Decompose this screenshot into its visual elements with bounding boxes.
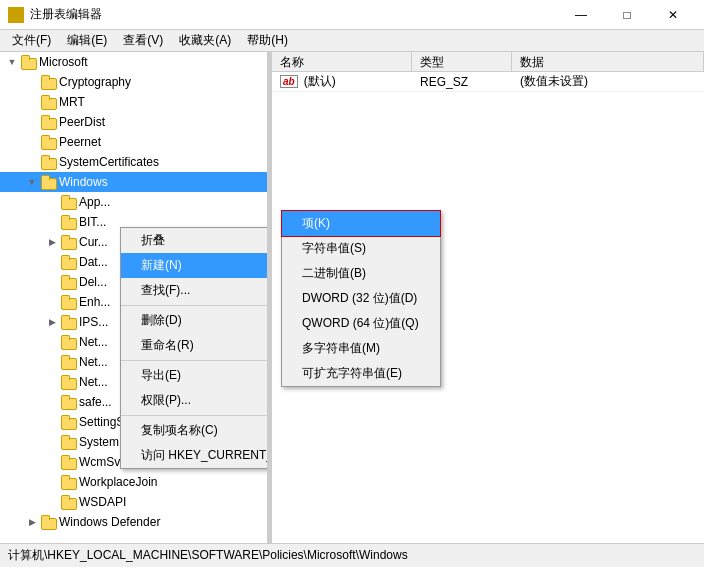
ctx-access[interactable]: 访问 HKEY_CURRENT_USER(T) <box>121 443 268 468</box>
ctx-export[interactable]: 导出(E) <box>121 363 268 388</box>
ctx-sep2 <box>121 360 268 361</box>
folder-icon-cryptography <box>40 75 56 89</box>
ctx-sep3 <box>121 415 268 416</box>
ctx-copyname-label: 复制项名称(C) <box>141 422 218 439</box>
tree-label-safe1: safe... <box>79 395 112 409</box>
menu-item-f[interactable]: 文件(F) <box>4 30 59 51</box>
folder-icon-cur1 <box>60 235 76 249</box>
context-menu: 折叠 新建(N) ▶ 查找(F)... 删除(D) 重命名(R) 导出(E) 权… <box>120 227 268 469</box>
folder-icon-net2 <box>60 355 76 369</box>
minimize-button[interactable]: — <box>558 0 604 30</box>
folder-icon-del1 <box>60 275 76 289</box>
expander-ips1[interactable]: ▶ <box>44 314 60 330</box>
menu-item-v[interactable]: 查看(V) <box>115 30 171 51</box>
tree-label-del1: Del... <box>79 275 107 289</box>
title-bar-controls: — □ ✕ <box>558 0 696 30</box>
ctx-rename[interactable]: 重命名(R) <box>121 333 268 358</box>
tree-item-peernet[interactable]: ▶ Peernet <box>0 132 267 152</box>
folder-icon-peerdist <box>40 115 56 129</box>
tree-item-systemcertificates[interactable]: ▶ SystemCertificates <box>0 152 267 172</box>
folder-icon-safe1 <box>60 395 76 409</box>
tree-label-mrt: MRT <box>59 95 85 109</box>
ab-icon: ab <box>280 75 298 88</box>
submenu-binary-label: 二进制值(B) <box>302 266 366 280</box>
folder-icon-net3 <box>60 375 76 389</box>
tree-item-wsdapi[interactable]: ▶ WSDAPI <box>0 492 267 512</box>
col-header-type: 类型 <box>412 52 512 71</box>
detail-cell-data: (数值未设置) <box>512 71 704 92</box>
col-header-data: 数据 <box>512 52 704 71</box>
app-icon <box>8 7 24 23</box>
col-header-name: 名称 <box>272 52 412 71</box>
folder-icon-systemcertificates <box>40 155 56 169</box>
submenu-string[interactable]: 字符串值(S) <box>282 236 440 261</box>
expander-windows[interactable]: ▼ <box>24 174 40 190</box>
tree-label-dat1: Dat... <box>79 255 108 269</box>
detail-row-default[interactable]: ab (默认) REG_SZ (数值未设置) <box>272 72 704 92</box>
close-button[interactable]: ✕ <box>650 0 696 30</box>
submenu-key-label: 项(K) <box>302 216 330 230</box>
submenu-key[interactable]: 项(K) <box>282 211 440 236</box>
title-bar-left: 注册表编辑器 <box>8 6 102 23</box>
tree-item-cryptography[interactable]: ▶ Cryptography <box>0 72 267 92</box>
folder-icon-wcmsvc <box>60 455 76 469</box>
submenu-qword[interactable]: QWORD (64 位)值(Q) <box>282 311 440 336</box>
submenu-multistring[interactable]: 多字符串值(M) <box>282 336 440 361</box>
tree-label-net2: Net... <box>79 355 108 369</box>
tree-item-mrt[interactable]: ▶ MRT <box>0 92 267 112</box>
folder-icon-bit1 <box>60 215 76 229</box>
ctx-delete-label: 删除(D) <box>141 312 182 329</box>
menu-item-a[interactable]: 收藏夹(A) <box>171 30 239 51</box>
submenu-expandstring-label: 可扩充字符串值(E) <box>302 366 402 380</box>
ctx-permissions[interactable]: 权限(P)... <box>121 388 268 413</box>
tree-item-windows[interactable]: ▼ Windows <box>0 172 267 192</box>
expander-cur1[interactable]: ▶ <box>44 234 60 250</box>
title-bar: 注册表编辑器 — □ ✕ <box>0 0 704 30</box>
tree-label-windows: Windows <box>59 175 108 189</box>
submenu-dword[interactable]: DWORD (32 位)值(D) <box>282 286 440 311</box>
folder-icon-mrt <box>40 95 56 109</box>
status-path: 计算机\HKEY_LOCAL_MACHINE\SOFTWARE\Policies… <box>8 547 408 564</box>
submenu-expandstring[interactable]: 可扩充字符串值(E) <box>282 361 440 386</box>
ctx-find[interactable]: 查找(F)... <box>121 278 268 303</box>
tree-item-peerdist[interactable]: ▶ PeerDist <box>0 112 267 132</box>
folder-icon-workplacejoin <box>60 475 76 489</box>
ctx-rename-label: 重命名(R) <box>141 337 194 354</box>
menu-item-h[interactable]: 帮助(H) <box>239 30 296 51</box>
tree-label-ips1: IPS... <box>79 315 108 329</box>
folder-icon-settingsync <box>60 415 76 429</box>
menu-bar: 文件(F)编辑(E)查看(V)收藏夹(A)帮助(H) <box>0 30 704 52</box>
detail-header: 名称 类型 数据 <box>272 52 704 72</box>
ctx-access-label: 访问 HKEY_CURRENT_USER(T) <box>141 447 268 464</box>
tree-label-wsdapi: WSDAPI <box>79 495 126 509</box>
submenu-multistring-label: 多字符串值(M) <box>302 341 380 355</box>
tree-label-peernet: Peernet <box>59 135 101 149</box>
tree-label-peerdist: PeerDist <box>59 115 105 129</box>
maximize-button[interactable]: □ <box>604 0 650 30</box>
tree-item-microsoft[interactable]: ▼ Microsoft <box>0 52 267 72</box>
ctx-collapse-label: 折叠 <box>141 232 165 249</box>
ctx-copyname[interactable]: 复制项名称(C) <box>121 418 268 443</box>
submenu-qword-label: QWORD (64 位)值(Q) <box>302 316 419 330</box>
tree-item-app1[interactable]: ▶ App... <box>0 192 267 212</box>
submenu-binary[interactable]: 二进制值(B) <box>282 261 440 286</box>
ctx-export-label: 导出(E) <box>141 367 181 384</box>
tree-item-workplacejoin[interactable]: ▶ WorkplaceJoin <box>0 472 267 492</box>
ctx-new[interactable]: 新建(N) ▶ <box>121 253 268 278</box>
menu-item-e[interactable]: 编辑(E) <box>59 30 115 51</box>
submenu: 项(K) 字符串值(S) 二进制值(B) DWORD (32 位)值(D) QW… <box>281 210 441 387</box>
tree-label-workplacejoin: WorkplaceJoin <box>79 475 157 489</box>
ctx-find-label: 查找(F)... <box>141 282 190 299</box>
expander-microsoft[interactable]: ▼ <box>4 54 20 70</box>
ctx-collapse[interactable]: 折叠 <box>121 228 268 253</box>
detail-cell-type: REG_SZ <box>412 73 512 91</box>
folder-icon-dat1 <box>60 255 76 269</box>
folder-icon-wsdapi <box>60 495 76 509</box>
ctx-permissions-label: 权限(P)... <box>141 392 191 409</box>
folder-icon-system <box>60 435 76 449</box>
tree-panel: ▼ Microsoft ▶ Cryptography ▶ MRT ▶ PeerD… <box>0 52 268 543</box>
expander-windowsdefender[interactable]: ▶ <box>24 514 40 530</box>
tree-item-windowsdefender[interactable]: ▶ Windows Defender <box>0 512 267 532</box>
folder-icon-ips1 <box>60 315 76 329</box>
ctx-delete[interactable]: 删除(D) <box>121 308 268 333</box>
